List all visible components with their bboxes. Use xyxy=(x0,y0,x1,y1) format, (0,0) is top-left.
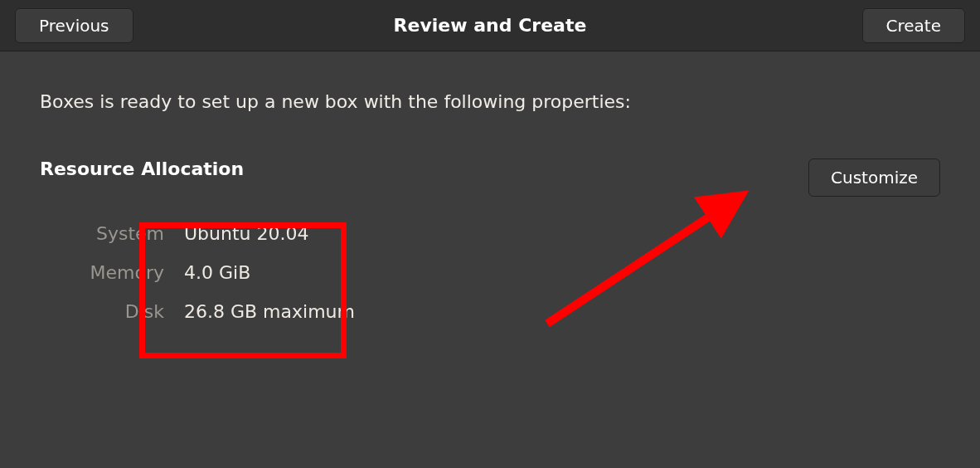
prop-value-system: Ubuntu 20.04 xyxy=(184,223,355,244)
prop-label-memory: Memory xyxy=(40,262,164,283)
prop-label-system: System xyxy=(40,223,164,244)
prop-label-disk: Disk xyxy=(40,301,164,322)
header-bar: Previous Review and Create Create xyxy=(0,0,980,51)
dialog-title: Review and Create xyxy=(156,15,824,36)
create-button[interactable]: Create xyxy=(862,8,965,43)
review-create-dialog: Previous Review and Create Create Boxes … xyxy=(0,0,980,468)
properties-grid: System Ubuntu 20.04 Memory 4.0 GiB Disk … xyxy=(40,223,355,322)
customize-button[interactable]: Customize xyxy=(808,158,940,197)
dialog-body: Boxes is ready to set up a new box with … xyxy=(0,51,980,468)
prop-value-memory: 4.0 GiB xyxy=(184,262,355,283)
intro-text: Boxes is ready to set up a new box with … xyxy=(40,91,940,112)
prop-value-disk: 26.8 GB maximum xyxy=(184,301,355,322)
previous-button[interactable]: Previous xyxy=(15,8,133,43)
section-heading-resource-allocation: Resource Allocation xyxy=(40,158,244,179)
